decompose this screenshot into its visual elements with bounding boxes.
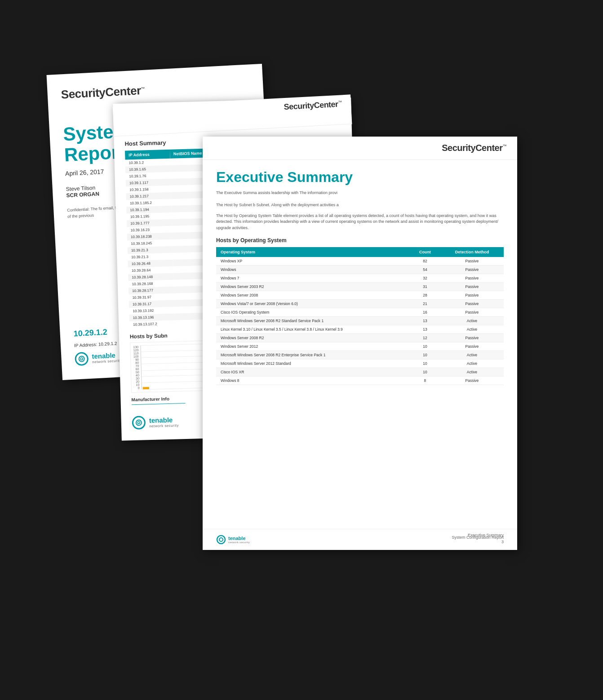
security-center-logo-p2: SecurityCenter™	[284, 99, 342, 111]
svg-point-2	[136, 420, 142, 425]
pages-container: SecurityCenter™ Syste Repor April 26, 20…	[54, 47, 549, 653]
hosts-by-os-title: Hosts by Operating System	[203, 237, 517, 244]
tenable-icon	[216, 535, 226, 545]
security-center-logo-p3: SecurityCenter™	[442, 143, 506, 153]
tenable-name-p3: tenable	[228, 536, 250, 541]
table-row: Windows 732Passive	[216, 274, 504, 283]
os-col-name: Operating System	[216, 247, 410, 257]
footer-summary-label: Executive Summary	[468, 533, 504, 537]
table-row: Windows Server 201210Passive	[216, 342, 504, 351]
table-row: Windows XP82Passive	[216, 257, 504, 266]
table-row: Windows 88Passive	[216, 377, 504, 385]
footer-page-number: 3	[452, 540, 504, 544]
table-row: Windows54Passive	[216, 266, 504, 274]
table-row: Microsoft Windows Server 2012 Standard10…	[216, 359, 504, 368]
tenable-circle-icon-p2	[132, 416, 146, 430]
table-row: Microsoft Windows Server 2008 R2 Standar…	[216, 317, 504, 325]
os-col-method: Detection Method	[440, 247, 504, 257]
tenable-name-p2: tenable	[149, 416, 179, 424]
tenable-circle-icon	[75, 352, 89, 366]
tenable-logo-p3: tenable network security	[216, 535, 250, 545]
svg-point-3	[137, 421, 140, 424]
svg-point-1	[80, 358, 83, 360]
table-row: Windows Server 2003 R231Passive	[216, 283, 504, 291]
security-center-logo-p1: SecurityCenter™	[61, 78, 250, 102]
table-row: Windows Server 200828Passive	[216, 291, 504, 300]
svg-point-0	[79, 356, 84, 362]
table-row: Linux Kernel 3.10 / Linux Kernel 3.5 / L…	[216, 325, 504, 334]
page-executive-summary: SecurityCenter™ Executive Summary The Ex…	[203, 137, 517, 550]
os-col-count: Count	[410, 247, 440, 257]
table-row: Cisco IOS Operating System16Passive	[216, 308, 504, 317]
svg-point-4	[217, 536, 225, 544]
exec-intro: The Executive Summa assists leadership w…	[203, 190, 517, 208]
table-row: Microsoft Windows Server 2008 R2 Enterpr…	[216, 351, 504, 359]
table-row: Windows Vista/7 or Server 2008 (Version …	[216, 300, 504, 308]
page3-header: SecurityCenter™	[203, 137, 517, 160]
executive-summary-title: Executive Summary	[203, 160, 517, 190]
col-ip: IP Address	[125, 150, 170, 160]
tenable-tagline-p2: network security	[149, 423, 179, 428]
os-table: Operating System Count Detection Method …	[216, 247, 504, 385]
table-row: Windows Server 2008 R212Passive	[216, 334, 504, 342]
svg-point-5	[219, 538, 223, 541]
page3-footer: tenable network security System Configur…	[203, 529, 517, 550]
tenable-tagline-p3: network security	[228, 541, 250, 544]
table-row: Cisco IOS XR10Active	[216, 368, 504, 377]
exec-description: The Host by Operating System Table eleme…	[203, 213, 517, 231]
